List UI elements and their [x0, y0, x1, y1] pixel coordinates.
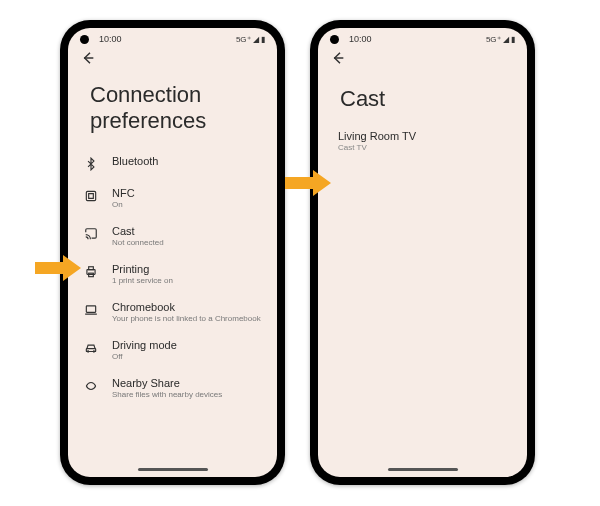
- front-camera-dot: [80, 35, 89, 44]
- back-arrow-icon[interactable]: [330, 52, 346, 69]
- status-time: 10:00: [99, 34, 122, 44]
- svg-point-6: [88, 351, 89, 352]
- page-title: Cast: [318, 76, 527, 130]
- title-line1: Connection: [90, 82, 255, 108]
- laptop-icon: [82, 301, 100, 317]
- svg-point-7: [93, 351, 94, 352]
- row-sub: Not connected: [112, 238, 164, 247]
- svg-rect-4: [86, 306, 95, 312]
- status-bar: 10:00 5G⁺ ◢ ▮: [318, 28, 527, 46]
- screenshot-stage: 10:00 5G⁺ ◢ ▮ Connection preferences: [0, 0, 600, 506]
- car-icon: [82, 339, 100, 355]
- row-sub: Your phone is not linked to a Chromebook: [112, 314, 261, 323]
- phone-frame-left: 10:00 5G⁺ ◢ ▮ Connection preferences: [60, 20, 285, 485]
- settings-list: Bluetooth NFC On: [68, 147, 277, 407]
- row-label: Cast: [112, 225, 164, 237]
- row-driving-mode[interactable]: Driving mode Off: [78, 331, 267, 369]
- screen-right: 10:00 5G⁺ ◢ ▮ Cast Living Room TV Cast T…: [318, 28, 527, 477]
- status-indicators: 5G⁺ ◢ ▮: [236, 35, 265, 44]
- row-label: Nearby Share: [112, 377, 222, 389]
- row-nearby-share[interactable]: Nearby Share Share files with nearby dev…: [78, 369, 267, 407]
- row-label: Driving mode: [112, 339, 177, 351]
- row-cast[interactable]: Cast Not connected: [78, 217, 267, 255]
- row-label: NFC: [112, 187, 135, 199]
- row-label: Bluetooth: [112, 155, 158, 167]
- screen-left: 10:00 5G⁺ ◢ ▮ Connection preferences: [68, 28, 277, 477]
- row-sub: Share files with nearby devices: [112, 390, 222, 399]
- annotation-arrow-icon: [35, 255, 81, 281]
- status-time: 10:00: [349, 34, 372, 44]
- row-label: Chromebook: [112, 301, 261, 313]
- bluetooth-icon: [82, 155, 100, 171]
- gesture-nav-bar: [138, 468, 208, 471]
- device-sub: Cast TV: [338, 143, 507, 152]
- row-bluetooth[interactable]: Bluetooth: [78, 147, 267, 179]
- back-arrow-icon[interactable]: [80, 52, 96, 69]
- row-chromebook[interactable]: Chromebook Your phone is not linked to a…: [78, 293, 267, 331]
- row-printing[interactable]: Printing 1 print service on: [78, 255, 267, 293]
- front-camera-dot: [330, 35, 339, 44]
- svg-rect-2: [89, 267, 94, 270]
- annotation-arrow-icon: [285, 170, 331, 196]
- row-sub: On: [112, 200, 135, 209]
- cast-icon: [82, 225, 100, 241]
- row-sub: 1 print service on: [112, 276, 173, 285]
- nearby-share-icon: [82, 377, 100, 393]
- gesture-nav-bar: [388, 468, 458, 471]
- status-indicators: 5G⁺ ◢ ▮: [486, 35, 515, 44]
- nfc-icon: [82, 187, 100, 203]
- svg-rect-0: [86, 191, 95, 200]
- printer-icon: [82, 263, 100, 279]
- cast-device-row[interactable]: Living Room TV Cast TV: [318, 130, 527, 152]
- device-name: Living Room TV: [338, 130, 507, 142]
- row-sub: Off: [112, 352, 177, 361]
- title-line2: preferences: [90, 108, 255, 134]
- status-bar: 10:00 5G⁺ ◢ ▮: [68, 28, 277, 46]
- row-nfc[interactable]: NFC On: [78, 179, 267, 217]
- row-label: Printing: [112, 263, 173, 275]
- page-title: Connection preferences: [68, 76, 277, 147]
- phone-frame-right: 10:00 5G⁺ ◢ ▮ Cast Living Room TV Cast T…: [310, 20, 535, 485]
